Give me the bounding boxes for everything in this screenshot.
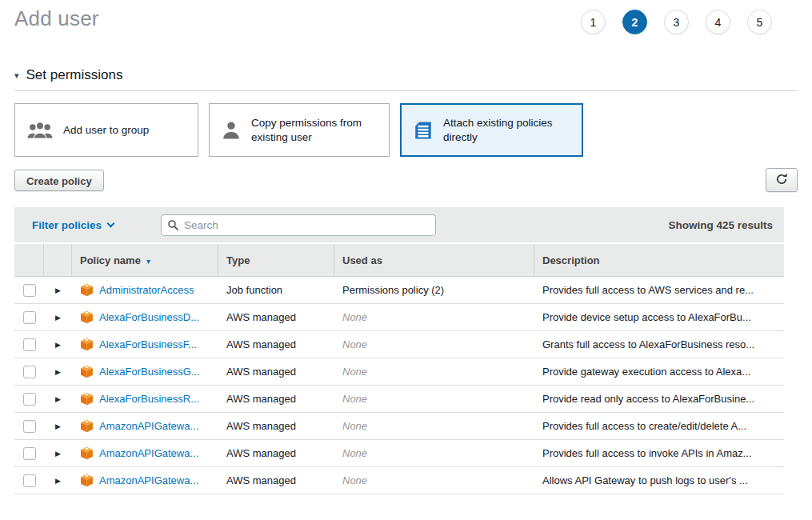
table-row: ▶ AlexaForBusinessD... AWS managed None …: [14, 304, 784, 331]
policy-type: AWS managed: [226, 474, 296, 486]
policy-cube-icon: [80, 392, 94, 406]
policy-used-as: Permissions policy (2): [342, 284, 444, 296]
policy-used-as: None: [342, 447, 367, 459]
policies-table: ▶ AdministratorAccess Job function Permi…: [14, 277, 784, 494]
policy-name-link[interactable]: AlexaForBusinessD...: [99, 311, 199, 323]
table-row: ▶ AlexaForBusinessG... AWS managed None …: [14, 358, 784, 386]
row-checkbox[interactable]: [23, 338, 36, 351]
policies-toolbar: Create policy: [14, 168, 798, 192]
results-count: Showing 425 results: [668, 219, 773, 231]
policy-cube-icon: [80, 338, 94, 351]
add-user-page: Add user 1 2 3 4 5 ▾ Set permissions: [0, 0, 812, 494]
policy-name-link[interactable]: AlexaForBusinessR...: [99, 393, 199, 405]
expand-row-icon[interactable]: ▶: [55, 368, 61, 376]
policy-name-link[interactable]: AlexaForBusinessF...: [99, 338, 197, 350]
expand-row-icon[interactable]: ▶: [55, 341, 61, 349]
policy-cube-icon: [80, 474, 94, 487]
search-icon: [167, 219, 179, 234]
expand-row-icon[interactable]: ▶: [55, 477, 61, 485]
create-policy-button[interactable]: Create policy: [14, 170, 104, 191]
table-row: ▶ AmazonAPIGatewa... AWS managed None Al…: [14, 467, 784, 494]
collapse-triangle-icon: ▾: [14, 71, 19, 80]
users-group-icon: [26, 121, 54, 140]
filter-policies-dropdown[interactable]: Filter policies: [32, 219, 114, 231]
user-icon: [221, 120, 242, 141]
step-1[interactable]: 1: [581, 10, 606, 34]
policy-description: Allows API Gateway to push logs to user'…: [542, 474, 748, 486]
filter-bar: Filter policies Showing 425 results: [14, 207, 784, 242]
row-checkbox[interactable]: [23, 420, 36, 433]
policy-type: AWS managed: [226, 366, 296, 378]
policy-type: AWS managed: [226, 420, 296, 432]
policy-name-link[interactable]: AmazonAPIGatewa...: [99, 420, 198, 432]
table-header: Policy name ▾ Type Used as Description: [14, 244, 784, 277]
policy-used-as: None: [342, 338, 367, 350]
policy-cube-icon: [80, 310, 94, 324]
permission-option-cards: Add user to group Copy permissions from …: [14, 103, 798, 157]
section-divider: [14, 90, 798, 91]
expand-column-header: [44, 244, 72, 276]
policy-name-link[interactable]: AdministratorAccess: [99, 284, 194, 296]
column-header-type: Type: [218, 244, 334, 276]
policy-used-as: None: [342, 420, 367, 432]
policy-type: AWS managed: [226, 311, 296, 323]
expand-row-icon[interactable]: ▶: [55, 314, 61, 322]
policy-description: Provide gateway execution access to Alex…: [542, 366, 750, 378]
policy-used-as: None: [342, 474, 367, 486]
step-2-active[interactable]: 2: [622, 10, 647, 34]
option-label: Add user to group: [63, 123, 149, 138]
row-checkbox[interactable]: [23, 393, 36, 406]
refresh-icon: [775, 173, 788, 188]
column-header-policy-name[interactable]: Policy name ▾: [72, 244, 218, 276]
table-row: ▶ AmazonAPIGatewa... AWS managed None Pr…: [14, 440, 784, 467]
wizard-steps: 1 2 3 4 5: [581, 10, 772, 34]
step-5[interactable]: 5: [747, 10, 772, 34]
policy-name-link[interactable]: AmazonAPIGatewa...: [99, 447, 198, 459]
step-3[interactable]: 3: [664, 10, 689, 34]
policy-used-as: None: [342, 393, 367, 405]
document-icon: [413, 120, 434, 141]
row-checkbox[interactable]: [23, 284, 36, 297]
table-row: ▶ AlexaForBusinessR... AWS managed None …: [14, 386, 784, 413]
policy-used-as: None: [342, 311, 367, 323]
row-checkbox[interactable]: [23, 311, 36, 324]
policies-panel: Filter policies Showing 425 results Poli…: [14, 207, 784, 494]
expand-row-icon[interactable]: ▶: [55, 395, 61, 403]
option-add-user-to-group[interactable]: Add user to group: [14, 103, 198, 157]
row-checkbox[interactable]: [23, 447, 36, 460]
refresh-button[interactable]: [766, 168, 798, 192]
expand-row-icon[interactable]: ▶: [55, 422, 61, 430]
section-title: Set permissions: [26, 67, 123, 83]
policy-type: AWS managed: [226, 447, 296, 459]
search-box: [161, 214, 436, 236]
policy-description: Provides full access to create/edit/dele…: [542, 420, 746, 432]
row-checkbox[interactable]: [23, 366, 36, 378]
row-checkbox[interactable]: [23, 474, 36, 487]
policy-description: Provides full access to AWS services and…: [542, 284, 754, 296]
option-label: Copy permissions from existing user: [251, 116, 378, 144]
policy-type: AWS managed: [226, 393, 296, 405]
column-header-used-as: Used as: [334, 244, 534, 276]
policy-cube-icon: [80, 365, 94, 378]
page-title: Add user: [14, 6, 99, 31]
expand-row-icon[interactable]: ▶: [55, 286, 61, 294]
policy-name-link[interactable]: AmazonAPIGatewa...: [99, 474, 198, 486]
option-copy-permissions[interactable]: Copy permissions from existing user: [209, 103, 390, 157]
policy-description: Provides full access to invoke APIs in A…: [542, 447, 752, 459]
column-header-description: Description: [534, 244, 784, 276]
sort-desc-icon: ▾: [146, 257, 150, 266]
expand-row-icon[interactable]: ▶: [55, 450, 61, 458]
policy-cube-icon: [80, 446, 94, 460]
policy-cube-icon: [80, 419, 94, 433]
search-input[interactable]: [161, 214, 436, 236]
policy-cube-icon: [80, 283, 94, 297]
option-label: Attach existing policies directly: [443, 116, 570, 144]
set-permissions-header[interactable]: ▾ Set permissions: [14, 67, 798, 83]
page-header: Add user 1 2 3 4 5: [14, 0, 798, 56]
table-row: ▶ AdministratorAccess Job function Permi…: [14, 277, 784, 304]
policy-used-as: None: [342, 366, 367, 378]
policy-name-link[interactable]: AlexaForBusinessG...: [99, 366, 200, 378]
table-row: ▶ AlexaForBusinessF... AWS managed None …: [14, 331, 784, 358]
option-attach-existing-policies[interactable]: Attach existing policies directly: [400, 103, 583, 157]
step-4[interactable]: 4: [706, 10, 730, 34]
